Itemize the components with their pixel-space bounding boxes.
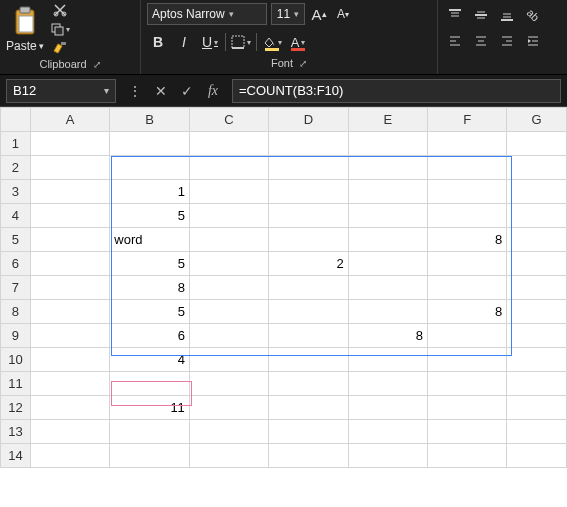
col-header[interactable]: F xyxy=(427,108,506,132)
increase-font-button[interactable]: A▴ xyxy=(309,4,329,24)
svg-rect-8 xyxy=(232,36,244,48)
cell[interactable]: 1 xyxy=(110,180,190,204)
cell[interactable]: 8 xyxy=(427,228,506,252)
col-header[interactable]: D xyxy=(269,108,348,132)
row-header[interactable]: 4 xyxy=(1,204,31,228)
chevron-down-icon: ▾ xyxy=(39,41,44,51)
svg-rect-2 xyxy=(19,16,33,32)
svg-rect-6 xyxy=(55,27,63,35)
svg-point-3 xyxy=(54,12,58,16)
col-header[interactable]: C xyxy=(189,108,268,132)
col-header[interactable]: B xyxy=(110,108,190,132)
font-name-value: Aptos Narrow xyxy=(152,7,225,21)
font-group-label: Font xyxy=(271,57,293,69)
font-name-select[interactable]: Aptos Narrow ▾ xyxy=(147,3,267,25)
enter-icon[interactable]: ✓ xyxy=(178,83,196,99)
cell[interactable]: 8 xyxy=(110,276,190,300)
svg-rect-7 xyxy=(61,42,66,45)
chevron-down-icon: ▾ xyxy=(229,9,234,19)
cancel-icon[interactable]: ✕ xyxy=(152,83,170,99)
col-header[interactable]: G xyxy=(507,108,567,132)
fx-icon[interactable]: fx xyxy=(204,83,222,99)
name-box-value: B12 xyxy=(13,83,36,98)
formula-value: =COUNT(B3:F10) xyxy=(239,83,343,98)
select-all-corner[interactable] xyxy=(1,108,31,132)
clipboard-group-label: Clipboard xyxy=(39,58,86,70)
worksheet-grid[interactable]: A B C D E F G 1 2 31 45 5word8 652 78 85… xyxy=(0,107,567,507)
col-header[interactable]: E xyxy=(348,108,427,132)
align-center-button[interactable] xyxy=(470,30,492,52)
cell[interactable]: word xyxy=(110,228,190,252)
row-header[interactable]: 12 xyxy=(1,396,31,420)
align-left-button[interactable] xyxy=(444,30,466,52)
chevron-down-icon: ▾ xyxy=(104,85,109,96)
cell[interactable]: 5 xyxy=(110,300,190,324)
cell[interactable]: 5 xyxy=(110,252,190,276)
options-icon[interactable]: ⋮ xyxy=(126,83,144,99)
chevron-down-icon: ▾ xyxy=(214,38,218,47)
cell[interactable]: 11 xyxy=(110,396,190,420)
row-header[interactable]: 13 xyxy=(1,420,31,444)
chevron-down-icon: ▾ xyxy=(301,38,305,47)
align-middle-button[interactable] xyxy=(470,4,492,26)
cell[interactable]: 5 xyxy=(110,204,190,228)
cell[interactable]: 2 xyxy=(269,252,348,276)
italic-button[interactable]: I xyxy=(173,31,195,53)
cell[interactable]: 8 xyxy=(427,300,506,324)
copy-button[interactable]: ▾ xyxy=(50,21,70,37)
cell[interactable]: 6 xyxy=(110,324,190,348)
cut-button[interactable] xyxy=(50,2,70,18)
row-header[interactable]: 3 xyxy=(1,180,31,204)
svg-rect-0 xyxy=(16,10,34,34)
align-right-button[interactable] xyxy=(496,30,518,52)
orientation-button[interactable]: ab xyxy=(522,4,544,26)
font-group: Aptos Narrow ▾ 11 ▾ A▴ A▾ B I U▾ xyxy=(140,0,437,74)
fill-color-button[interactable]: ▾ xyxy=(261,31,283,53)
row-header[interactable]: 7 xyxy=(1,276,31,300)
font-size-select[interactable]: 11 ▾ xyxy=(271,3,305,25)
align-top-button[interactable] xyxy=(444,4,466,26)
row-header[interactable]: 5 xyxy=(1,228,31,252)
row-header[interactable]: 14 xyxy=(1,444,31,468)
dialog-launcher-icon[interactable]: ⤢ xyxy=(299,58,307,69)
name-box[interactable]: B12 ▾ xyxy=(6,79,116,103)
font-size-value: 11 xyxy=(277,7,290,21)
alignment-group: ab xyxy=(437,0,567,74)
svg-rect-1 xyxy=(20,7,30,13)
dialog-launcher-icon[interactable]: ⤢ xyxy=(93,59,101,70)
row-header[interactable]: 10 xyxy=(1,348,31,372)
format-painter-button[interactable] xyxy=(50,40,70,56)
svg-rect-5 xyxy=(52,24,60,32)
clipboard-icon xyxy=(9,5,41,37)
row-header[interactable]: 9 xyxy=(1,324,31,348)
decrease-font-button[interactable]: A▾ xyxy=(333,4,353,24)
borders-button[interactable]: ▾ xyxy=(230,31,252,53)
underline-button[interactable]: U▾ xyxy=(199,31,221,53)
cell[interactable]: 8 xyxy=(348,324,427,348)
chevron-down-icon: ▾ xyxy=(66,25,70,34)
row-header[interactable]: 8 xyxy=(1,300,31,324)
clipboard-group: Paste ▾ ▾ Clipboard ⤢ xyxy=(0,0,140,74)
paste-button[interactable]: Paste ▾ xyxy=(6,5,44,53)
formula-input[interactable]: =COUNT(B3:F10) xyxy=(232,79,561,103)
row-header[interactable]: 6 xyxy=(1,252,31,276)
bold-button[interactable]: B xyxy=(147,31,169,53)
ribbon: Paste ▾ ▾ Clipboard ⤢ xyxy=(0,0,567,75)
align-bottom-button[interactable] xyxy=(496,4,518,26)
indent-button[interactable] xyxy=(522,30,544,52)
row-header[interactable]: 1 xyxy=(1,132,31,156)
font-color-button[interactable]: A ▾ xyxy=(287,31,309,53)
row-header[interactable]: 2 xyxy=(1,156,31,180)
row-header[interactable]: 11 xyxy=(1,372,31,396)
col-header[interactable]: A xyxy=(30,108,109,132)
paste-label: Paste xyxy=(6,39,37,53)
chevron-down-icon: ▾ xyxy=(247,38,251,47)
svg-point-4 xyxy=(62,12,66,16)
formula-bar: B12 ▾ ⋮ ✕ ✓ fx =COUNT(B3:F10) xyxy=(0,75,567,107)
chevron-down-icon: ▾ xyxy=(278,38,282,47)
cell[interactable]: 4 xyxy=(110,348,190,372)
chevron-down-icon: ▾ xyxy=(294,9,299,19)
